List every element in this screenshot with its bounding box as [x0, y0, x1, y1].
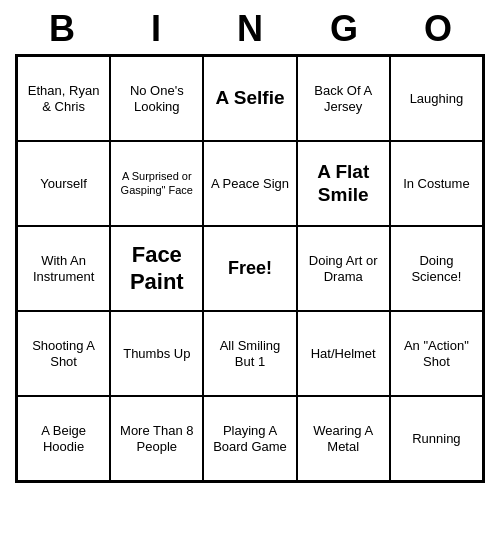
- bingo-cell-6: A Surprised or Gasping" Face: [110, 141, 203, 226]
- bingo-cell-4: Laughing: [390, 56, 483, 141]
- bingo-cell-20: A Beige Hoodie: [17, 396, 110, 481]
- bingo-grid: Ethan, Ryan & ChrisNo One's LookingA Sel…: [15, 54, 485, 483]
- bingo-letter-o: O: [398, 8, 478, 50]
- bingo-cell-8: A Flat Smile: [297, 141, 390, 226]
- bingo-cell-23: Wearing A Metal: [297, 396, 390, 481]
- bingo-cell-18: Hat/Helmet: [297, 311, 390, 396]
- bingo-letter-b: B: [22, 8, 102, 50]
- bingo-cell-14: Doing Science!: [390, 226, 483, 311]
- bingo-header: BINGO: [15, 0, 485, 54]
- bingo-cell-5: Yourself: [17, 141, 110, 226]
- bingo-letter-g: G: [304, 8, 384, 50]
- bingo-cell-1: No One's Looking: [110, 56, 203, 141]
- bingo-cell-24: Running: [390, 396, 483, 481]
- bingo-cell-12: Free!: [203, 226, 296, 311]
- bingo-cell-2: A Selfie: [203, 56, 296, 141]
- bingo-cell-15: Shooting A Shot: [17, 311, 110, 396]
- bingo-cell-17: All Smiling But 1: [203, 311, 296, 396]
- bingo-cell-10: With An Instrument: [17, 226, 110, 311]
- bingo-cell-3: Back Of A Jersey: [297, 56, 390, 141]
- bingo-cell-0: Ethan, Ryan & Chris: [17, 56, 110, 141]
- bingo-cell-7: A Peace Sign: [203, 141, 296, 226]
- bingo-cell-9: In Costume: [390, 141, 483, 226]
- bingo-cell-16: Thumbs Up: [110, 311, 203, 396]
- bingo-cell-11: Face Paint: [110, 226, 203, 311]
- bingo-cell-19: An "Action" Shot: [390, 311, 483, 396]
- bingo-cell-21: More Than 8 People: [110, 396, 203, 481]
- bingo-cell-22: Playing A Board Game: [203, 396, 296, 481]
- bingo-letter-i: I: [116, 8, 196, 50]
- bingo-letter-n: N: [210, 8, 290, 50]
- bingo-cell-13: Doing Art or Drama: [297, 226, 390, 311]
